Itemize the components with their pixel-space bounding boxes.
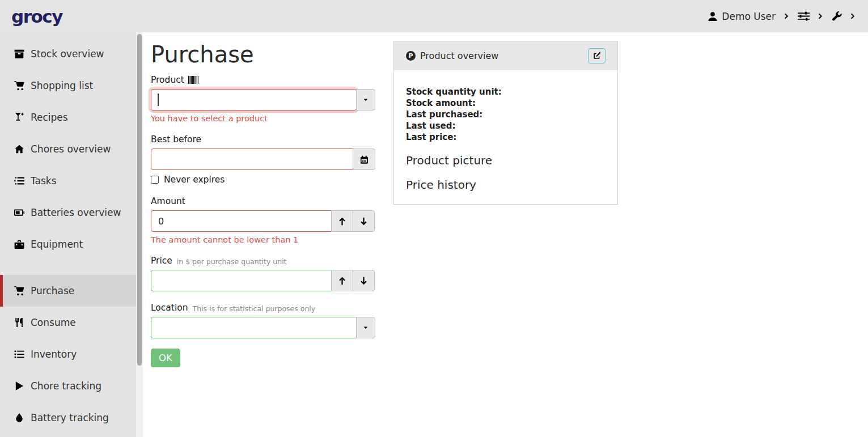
sidebar-scrollbar-thumb[interactable] <box>137 34 142 366</box>
home-icon <box>14 144 26 154</box>
text-cursor <box>158 94 159 106</box>
product-label: Product <box>151 75 376 85</box>
never-expires-checkbox-row[interactable]: Never expires <box>151 175 376 185</box>
product-circle-icon: P <box>406 51 416 61</box>
main-content: Purchase Product You have to select a pr… <box>143 32 868 437</box>
price-hint: in $ per purchase quantity unit <box>177 256 287 266</box>
sidebar-item-shopping-list[interactable]: Shopping list <box>0 70 143 101</box>
calendar-button[interactable] <box>353 149 375 170</box>
amount-label: Amount <box>151 196 376 206</box>
location-select[interactable] <box>151 317 357 338</box>
cocktail-glass-icon <box>14 112 26 122</box>
app-window: grocy Demo User Stock overview Shopping … <box>0 0 868 437</box>
last-purchased-label: Last purchased: <box>406 109 606 120</box>
list-icon <box>14 349 26 359</box>
stock-amount-label: Stock amount: <box>406 97 606 109</box>
product-overview-title: Product overview <box>420 50 498 61</box>
header-menu: Demo User <box>708 10 857 22</box>
chevron-right-icon <box>783 12 790 20</box>
battery-icon <box>14 207 26 218</box>
wrench-icon <box>832 11 842 22</box>
sidebar-item-label: Chore tracking <box>31 380 101 392</box>
arrow-down-icon <box>359 277 368 285</box>
sidebar-item-label: Inventory <box>31 349 77 360</box>
sidebar-nav: Stock overview Shopping list Recipes Cho… <box>0 32 143 437</box>
sidebar-item-label: Consume <box>31 317 76 328</box>
amount-error-text: The amount cannot be lower than 1 <box>151 235 376 244</box>
sidebar-item-label: Battery tracking <box>31 412 109 423</box>
chevron-right-icon <box>817 12 824 20</box>
sidebar-scrollbar[interactable] <box>136 32 143 437</box>
product-picture-heading: Product picture <box>406 154 606 167</box>
sidebar-item-label: Tasks <box>31 175 57 186</box>
arrow-down-icon <box>359 217 368 226</box>
product-overview-body: Stock quantity unit: Stock amount: Last … <box>394 70 617 207</box>
caret-down-icon <box>362 324 369 331</box>
location-hint: This is for statistical purposes only <box>193 303 316 313</box>
product-overview-header: P Product overview <box>394 41 617 70</box>
calendar-icon <box>360 155 369 164</box>
droplet-icon <box>14 413 26 423</box>
amount-decrement-button[interactable] <box>353 210 375 232</box>
sidebar-item-inventory[interactable]: Inventory <box>0 338 143 370</box>
best-before-field-group: Best before Never expires <box>151 134 376 185</box>
sidebar-item-label: Chores overview <box>31 143 111 155</box>
price-field-group: Price in $ per purchase quantity unit <box>151 256 376 291</box>
product-error-text: You have to select a product <box>151 114 376 123</box>
sidebar-item-equipment[interactable]: Equipment <box>0 228 143 260</box>
price-increment-button[interactable] <box>331 270 353 291</box>
sidebar-item-stock-overview[interactable]: Stock overview <box>0 38 143 70</box>
arrow-up-icon <box>338 277 346 285</box>
price-input[interactable] <box>151 270 332 291</box>
best-before-input[interactable] <box>151 149 353 170</box>
sidebar-item-tasks[interactable]: Tasks <box>0 165 143 197</box>
top-header: grocy Demo User <box>0 0 868 32</box>
amount-input[interactable] <box>151 210 332 232</box>
sidebar-item-recipes[interactable]: Recipes <box>0 101 143 133</box>
ok-button[interactable]: OK <box>151 349 180 367</box>
user-name-label: Demo User <box>722 11 776 22</box>
sidebar-item-label: Equipment <box>31 239 83 250</box>
sidebar-item-label: Stock overview <box>31 48 104 60</box>
admin-menu[interactable] <box>832 11 842 22</box>
product-input[interactable] <box>151 89 357 111</box>
sidebar-item-consume[interactable]: Consume <box>0 307 143 338</box>
last-price-label: Last price: <box>406 131 606 143</box>
location-field-group: Location This is for statistical purpose… <box>151 303 376 338</box>
product-overview-card: P Product overview Stock quantity unit: … <box>393 41 618 205</box>
settings-menu[interactable] <box>798 10 810 22</box>
caret-down-icon <box>362 96 369 103</box>
never-expires-label: Never expires <box>164 175 225 185</box>
price-decrement-button[interactable] <box>353 270 375 291</box>
sidebar-item-label: Purchase <box>31 285 74 296</box>
last-used-label: Last used: <box>406 120 606 131</box>
stock-quantity-unit-label: Stock quantity unit: <box>406 86 606 97</box>
barcode-icon <box>188 76 199 84</box>
utensils-icon <box>14 317 26 328</box>
sidebar-item-battery-tracking[interactable]: Battery tracking <box>0 402 143 434</box>
user-menu[interactable]: Demo User <box>708 11 776 22</box>
sidebar-item-chores-overview[interactable]: Chores overview <box>0 133 143 165</box>
best-before-label: Best before <box>151 134 376 145</box>
chevron-right-icon <box>849 12 857 20</box>
sidebar-item-purchase[interactable]: Purchase <box>0 275 143 307</box>
sidebar-item-batteries-overview[interactable]: Batteries overview <box>0 197 143 228</box>
edit-product-button[interactable] <box>588 48 606 63</box>
sidebar-item-chore-tracking[interactable]: Chore tracking <box>0 370 143 402</box>
amount-field-group: Amount The amount cannot be lower than 1 <box>151 196 376 244</box>
location-label: Location This is for statistical purpose… <box>151 303 376 313</box>
sidebar-item-label: Batteries overview <box>31 207 121 218</box>
amount-increment-button[interactable] <box>331 210 353 232</box>
product-dropdown-button[interactable] <box>356 89 375 111</box>
box-icon <box>14 49 26 59</box>
user-icon <box>708 11 718 22</box>
price-history-heading: Price history <box>406 178 606 192</box>
grocy-logo[interactable]: grocy <box>11 6 62 27</box>
sidebar-item-label: Shopping list <box>31 80 93 91</box>
page-title: Purchase <box>151 41 376 67</box>
location-dropdown-button[interactable] <box>356 317 375 338</box>
toolbox-icon <box>14 239 26 249</box>
shopping-cart-icon <box>14 286 26 296</box>
never-expires-checkbox[interactable] <box>151 176 159 184</box>
shopping-cart-icon <box>14 80 26 91</box>
